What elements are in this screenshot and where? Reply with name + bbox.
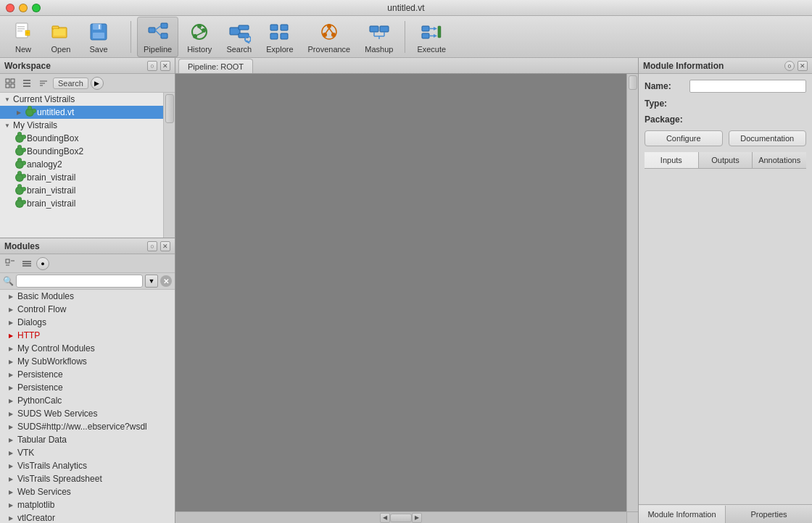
maximize-button[interactable] [32,4,41,12]
workspace-scroll-thumb[interactable] [165,94,174,123]
workspace-section: Workspace ○ ✕ Search ▶ [0,58,175,238]
module-vistrailsanalytics[interactable]: ▶ VisTrails Analytics [0,459,175,472]
modules-more-btn[interactable]: ● [36,257,49,270]
ws-list-btn[interactable] [20,76,34,91]
tab-annotations[interactable]: Annotations [753,152,806,168]
explore-button[interactable]: Explore [260,17,299,57]
modules-search-input[interactable] [16,275,143,288]
center-area: Pipeline: ROOT ◀ ▶ [175,58,638,523]
module-info-float-btn[interactable]: ○ [784,61,795,71]
module-suds2[interactable]: ▶ SUDS#http://ww...ebservice?wsdl [0,420,175,433]
workspace-close-btn[interactable]: ✕ [160,61,170,71]
workspace-item-bb1[interactable]: BoundingBox [0,132,163,145]
module-http[interactable]: ▶ HTTP [0,329,175,342]
tree-arrow-current[interactable]: ▼ Current Vistrails [0,93,163,106]
save-icon [87,20,110,43]
mycontrol-label: My Control Modules [17,343,95,353]
canvas-scrollbar-h[interactable]: ◀ ▶ [175,511,626,523]
file-tools: New Open Save [6,17,116,57]
module-vtk[interactable]: ▶ VTK [0,446,175,459]
modules-float-btn[interactable]: ○ [147,241,157,251]
current-vistrails-arrow: ▼ [3,95,12,104]
main-layout: Workspace ○ ✕ Search ▶ [0,58,812,523]
workspace-item-brain3[interactable]: brain_vistrail [0,197,163,210]
documentation-button[interactable]: Documentation [729,130,807,146]
persist2-arrow: ▶ [7,385,14,391]
ws-grid-btn[interactable] [3,76,17,91]
minimize-button[interactable] [19,4,28,12]
workspace-item-brain2[interactable]: brain_vistrail [0,184,163,197]
workspace-header: Workspace ○ ✕ [0,58,175,74]
workspace-item-untitled[interactable]: ▶ untitled.vt [0,106,163,119]
modules-collapse-btn[interactable] [20,256,34,271]
tree-my-vistrails[interactable]: ▼ My Vistrails [0,119,163,132]
history-button[interactable]: History [181,17,218,57]
module-matplotlib[interactable]: ▶ matplotlib [0,498,175,511]
bottom-tab-properties[interactable]: Properties [726,506,812,523]
canvas-scrollbar-v[interactable] [626,74,638,511]
scrollbar-corner [626,511,638,523]
module-controlflow[interactable]: ▶ Control Flow [0,303,175,316]
workspace-item-analogy2[interactable]: analogy2 [0,158,163,171]
module-vistrailsspreadsheet[interactable]: ▶ VisTrails Spreadsheet [0,472,175,485]
close-button[interactable] [6,4,14,12]
workspace-more-btn[interactable]: ▶ [91,77,104,90]
workspace-float-btn[interactable]: ○ [147,61,157,71]
module-tabular[interactable]: ▶ Tabular Data [0,433,175,446]
provenance-button[interactable]: Provenance [302,17,357,57]
module-dialogs[interactable]: ▶ Dialogs [0,316,175,329]
workspace-search-btn[interactable]: Search [53,78,88,89]
pipeline-button[interactable]: Pipeline [137,17,178,57]
pipeline-tab[interactable]: Pipeline: ROOT [178,59,253,73]
module-mycontrol[interactable]: ▶ My Control Modules [0,342,175,355]
svg-rect-52 [438,26,441,38]
mashup-icon [368,20,391,43]
canvas-scroll-thumb-v[interactable] [629,75,637,90]
module-suds[interactable]: ▶ SUDS Web Services [0,407,175,420]
modules-expand-btn[interactable] [3,256,17,271]
svg-line-39 [329,28,333,33]
scroll-right-arrow[interactable]: ▶ [412,513,422,523]
title-bar: untitled.vt [0,0,812,16]
matplotlib-arrow: ▶ [7,502,14,509]
module-vtlcreator[interactable]: ▶ vtlCreator [0,511,175,523]
vtk-label: VTK [17,448,34,458]
modules-search-clear[interactable]: ✕ [160,275,172,287]
open-button[interactable]: Open [44,17,78,57]
package-field-row: Package: [645,114,806,125]
module-pythoncalc[interactable]: ▶ PythonCalc [0,394,175,407]
tab-inputs[interactable]: Inputs [645,152,699,168]
workspace-tree[interactable]: ▼ Current Vistrails ▶ untitled.vt ▼ My V… [0,93,175,238]
mashup-button[interactable]: Mashup [359,17,399,57]
canvas-scroll-thumb-h[interactable] [390,514,412,522]
workspace-scrollbar[interactable] [163,93,175,238]
modules-search-dropdown[interactable]: ▼ [145,275,158,288]
ws-sort-btn[interactable] [36,76,51,91]
module-webservices[interactable]: ▶ Web Services [0,485,175,498]
save-button[interactable]: Save [81,17,116,57]
bottom-tab-module-info[interactable]: Module Information [639,506,726,523]
module-mysubwf[interactable]: ▶ My SubWorkflows [0,355,175,368]
svg-rect-15 [161,23,167,28]
new-button[interactable]: New [6,17,41,57]
svg-point-36 [323,33,327,37]
svg-line-24 [196,32,203,35]
workspace-item-brain1[interactable]: brain_vistrail [0,171,163,184]
new-label: New [15,45,31,54]
tab-outputs[interactable]: Outputs [699,152,753,168]
name-input[interactable] [689,80,806,93]
window-controls[interactable] [6,4,41,12]
module-basic[interactable]: ▶ Basic Modules [0,290,175,303]
module-persist1[interactable]: ▶ Persistence [0,368,175,381]
pipeline-canvas[interactable]: ◀ ▶ [175,74,638,523]
modules-close-btn[interactable]: ✕ [160,241,170,251]
module-btn-row: Configure Documentation [645,130,806,146]
scroll-left-arrow[interactable]: ◀ [380,513,390,523]
execute-button[interactable]: Execute [411,17,452,57]
configure-button[interactable]: Configure [645,130,723,146]
module-info-close-btn[interactable]: ✕ [798,61,808,71]
workspace-item-bb2[interactable]: BoundingBox2 [0,145,163,158]
search-button[interactable]: Search [220,17,257,57]
current-vistrails-label: Current Vistrails [13,94,75,104]
module-persist2[interactable]: ▶ Persistence [0,381,175,394]
